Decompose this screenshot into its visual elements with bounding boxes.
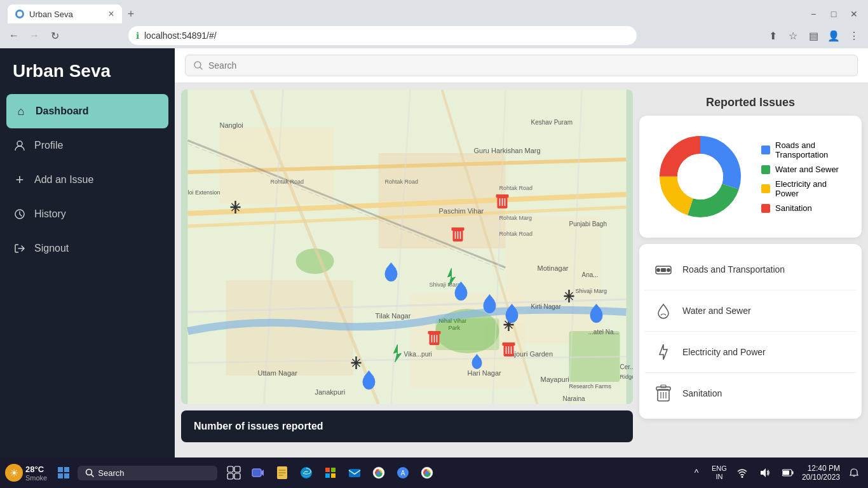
svg-rect-100: [452, 227, 465, 231]
sanitation-pin-4: [503, 342, 515, 356]
svg-text:Cer...: Cer...: [620, 363, 634, 370]
sidebar-item-profile[interactable]: Profile: [0, 128, 175, 163]
donut-container: Roads and Transportation Water and Sewer…: [649, 126, 851, 227]
start-button[interactable]: [52, 461, 75, 484]
close-window-button[interactable]: ✕: [845, 5, 863, 23]
taskbar-chrome-icon[interactable]: [367, 461, 390, 484]
tray-lang-icon[interactable]: ENG IN: [710, 464, 728, 482]
svg-text:A: A: [401, 470, 405, 477]
categories-card: Roads and Transportation Water and Sewer…: [639, 244, 862, 419]
tray-volume-icon[interactable]: [756, 464, 774, 482]
svg-rect-135: [227, 466, 233, 472]
sidebar-toggle-icon[interactable]: ▤: [804, 27, 822, 44]
svg-text:Naraina: Naraina: [563, 395, 585, 402]
tray-wifi-icon[interactable]: [733, 464, 751, 482]
tab-close-button[interactable]: ✕: [108, 10, 114, 18]
sanitation-pin-1: [496, 194, 509, 208]
add-issue-icon: +: [13, 173, 27, 187]
category-water[interactable]: Water and Sewer: [644, 290, 857, 332]
maximize-button[interactable]: □: [825, 5, 843, 23]
svg-text:Paschim Vihar: Paschim Vihar: [439, 207, 484, 215]
new-tab-button[interactable]: +: [122, 5, 140, 23]
right-panel: Reported Issues: [639, 83, 868, 458]
legend-water: Water and Sewer: [761, 165, 851, 174]
category-roads[interactable]: Roads and Transportation: [644, 249, 857, 290]
svg-text:...atel Na...: ...atel Na...: [588, 329, 619, 336]
svg-text:Uttam Nagar: Uttam Nagar: [258, 369, 298, 377]
sanitation-dot: [761, 204, 770, 213]
legend-electricity-label: Electricity and Power: [775, 179, 851, 198]
map-container[interactable]: Nangloi loi Extension Guru Harkishan Mar…: [181, 90, 633, 404]
toolbar-icons: ⬆ ☆ ▤ 👤 ⋮: [764, 27, 863, 44]
forward-button[interactable]: →: [25, 27, 43, 44]
taskbar-extra-icon[interactable]: A: [391, 461, 414, 484]
browser-chrome: Urban Seva ✕ + − □ ✕ ← → ↻ ℹ localhost:5…: [0, 0, 868, 48]
taskbar-mail-icon[interactable]: [343, 461, 366, 484]
tray-notification-icon[interactable]: [845, 464, 863, 482]
svg-text:Kirti Nagar: Kirti Nagar: [531, 303, 562, 310]
svg-rect-128: [661, 385, 666, 388]
taskbar-store-icon[interactable]: [319, 461, 342, 484]
back-button[interactable]: ←: [5, 27, 23, 44]
svg-rect-131: [58, 473, 63, 478]
taskbar-files-icon[interactable]: [271, 461, 294, 484]
map-section: Nangloi loi Extension Guru Harkishan Mar…: [175, 83, 639, 458]
menu-icon[interactable]: ⋮: [845, 27, 863, 44]
tray-chevron-icon[interactable]: ^: [688, 464, 705, 482]
taskbar-search[interactable]: Search: [78, 466, 217, 480]
svg-rect-147: [349, 469, 360, 477]
category-electricity[interactable]: Electricity and Power: [644, 332, 857, 373]
svg-rect-146: [331, 473, 336, 478]
svg-rect-95: [496, 194, 509, 198]
content-area: Nangloi loi Extension Guru Harkishan Mar…: [175, 83, 868, 458]
svg-point-118: [677, 154, 723, 200]
chart-card: Roads and Transportation Water and Sewer…: [639, 116, 862, 238]
sidebar-item-signout[interactable]: Signout: [0, 231, 175, 266]
svg-rect-122: [661, 268, 666, 272]
dashboard-icon: ⌂: [14, 104, 28, 118]
category-sanitation[interactable]: Sanitation: [644, 373, 857, 414]
history-icon: [13, 207, 27, 221]
sidebar-item-add-issue[interactable]: + Add an Issue: [0, 163, 175, 197]
sidebar: Urban Seva ⌂ Dashboard Profile + Add an …: [0, 48, 175, 458]
svg-rect-145: [325, 473, 330, 478]
sidebar-item-label: History: [34, 208, 66, 220]
legend-roads: Roads and Transportation: [761, 140, 851, 159]
tray-battery-icon[interactable]: [779, 464, 797, 482]
svg-text:Rohtak Marg: Rohtak Marg: [499, 215, 532, 221]
profile-icon[interactable]: 👤: [825, 27, 843, 44]
sidebar-item-label: Signout: [34, 243, 69, 254]
legend-water-label: Water and Sewer: [775, 165, 839, 174]
system-clock[interactable]: 12:40 PM 20/10/2023: [802, 464, 840, 482]
taskbar-chrome2-icon[interactable]: [416, 461, 438, 484]
svg-text:Rohtak Road: Rohtak Road: [271, 179, 304, 185]
svg-rect-130: [64, 467, 69, 472]
svg-text:Mayapuri: Mayapuri: [541, 376, 569, 383]
taskbar-tray: ^ ENG IN 12:40 PM 20/10/2023: [688, 464, 863, 482]
donut-chart: [649, 126, 751, 227]
taskbar-widgets-icon[interactable]: [222, 461, 245, 484]
bookmark-icon[interactable]: ☆: [784, 27, 802, 44]
svg-text:Nangloi: Nangloi: [220, 121, 243, 129]
svg-point-14: [296, 248, 334, 274]
minimize-button[interactable]: −: [804, 5, 822, 23]
sidebar-item-label: Profile: [34, 140, 63, 151]
svg-rect-160: [792, 471, 793, 475]
share-icon[interactable]: ⬆: [764, 27, 782, 44]
sidebar-item-dashboard[interactable]: ⌂ Dashboard: [6, 94, 168, 128]
active-tab[interactable]: Urban Seva ✕: [8, 4, 122, 24]
svg-text:Motinagar: Motinagar: [538, 264, 569, 272]
refresh-button[interactable]: ↻: [46, 27, 64, 44]
url-text: localhost:54891/#/: [144, 30, 217, 41]
svg-point-0: [17, 11, 22, 17]
svg-text:Shivaji Marg: Shivaji Marg: [576, 288, 607, 294]
profile-nav-icon: [13, 139, 27, 152]
taskbar-edge-icon[interactable]: [295, 461, 318, 484]
svg-text:loi Extension: loi Extension: [188, 189, 220, 196]
taskbar-meet-icon[interactable]: [247, 461, 269, 484]
svg-text:Rohtak Road: Rohtak Road: [499, 231, 533, 237]
url-bar[interactable]: ℹ localhost:54891/#/: [128, 26, 637, 45]
sidebar-item-history[interactable]: History: [0, 197, 175, 231]
search-input[interactable]: [208, 60, 850, 71]
electricity-dot: [761, 184, 770, 193]
